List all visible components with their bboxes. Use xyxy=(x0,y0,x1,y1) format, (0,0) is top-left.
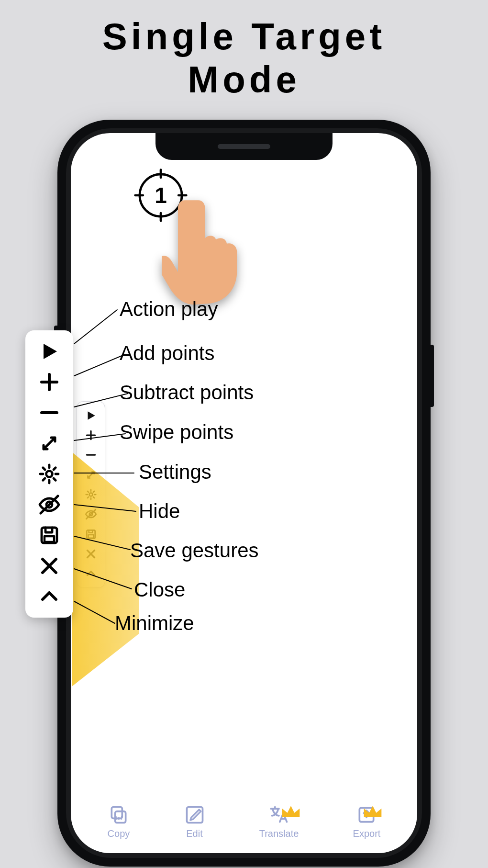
plus-icon[interactable] xyxy=(84,428,98,442)
minimize-icon[interactable] xyxy=(36,584,62,609)
close-icon[interactable] xyxy=(84,547,98,561)
plus-icon[interactable] xyxy=(36,369,62,395)
nav-translate[interactable]: Translate xyxy=(259,804,299,839)
hide-icon[interactable] xyxy=(36,492,62,518)
legend-label: Hide xyxy=(139,500,180,523)
legend-label: Swipe points xyxy=(120,421,233,444)
legend-label: Minimize xyxy=(115,612,194,635)
close-icon[interactable] xyxy=(36,553,62,579)
phone-frame: 1 Copy Edit xyxy=(57,120,431,867)
phone-notch xyxy=(155,133,333,160)
toolbar-legend xyxy=(25,330,73,618)
legend-label: Settings xyxy=(139,461,211,484)
crown-icon xyxy=(362,801,383,823)
legend-label: Save gestures xyxy=(130,539,259,562)
hide-icon[interactable] xyxy=(84,507,98,521)
nav-export[interactable]: Export xyxy=(353,804,381,839)
minus-icon[interactable] xyxy=(84,448,98,462)
gear-icon[interactable] xyxy=(84,488,98,501)
pointing-hand-icon xyxy=(162,195,243,305)
legend-label: Action play xyxy=(120,298,218,321)
mini-toolbar[interactable] xyxy=(77,401,105,588)
save-icon[interactable] xyxy=(84,528,98,541)
legend-label: Add points xyxy=(120,342,214,365)
bottom-nav: Copy Edit Translate Export xyxy=(80,799,408,845)
swipe-icon[interactable] xyxy=(84,468,98,482)
play-icon[interactable] xyxy=(84,409,98,422)
nav-edit[interactable]: Edit xyxy=(184,804,205,839)
gear-icon[interactable] xyxy=(36,461,62,487)
play-icon[interactable] xyxy=(36,338,62,364)
nav-copy[interactable]: Copy xyxy=(108,804,130,839)
page-title: Single Target Mode xyxy=(0,0,488,101)
minimize-icon[interactable] xyxy=(84,567,98,580)
swipe-icon[interactable] xyxy=(36,430,62,456)
legend-label: Close xyxy=(134,578,185,601)
legend-label: Subtract points xyxy=(120,381,254,404)
crown-icon xyxy=(280,801,301,823)
phone-screen: 1 Copy Edit xyxy=(71,133,417,853)
save-icon[interactable] xyxy=(36,522,62,548)
minus-icon[interactable] xyxy=(36,400,62,426)
